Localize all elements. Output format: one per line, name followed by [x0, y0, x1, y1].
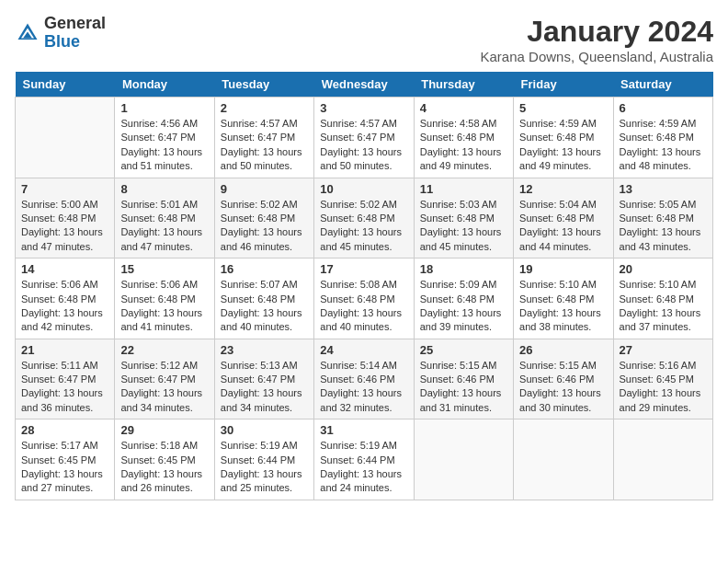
- day-info: Sunrise: 5:15 AMSunset: 6:46 PMDaylight:…: [420, 359, 507, 416]
- day-cell: 5Sunrise: 4:59 AMSunset: 6:48 PMDaylight…: [514, 98, 613, 178]
- day-number: 29: [120, 423, 208, 437]
- day-number: 2: [221, 101, 308, 115]
- month-title: January 2024: [481, 15, 713, 49]
- day-cell: 31Sunrise: 5:19 AMSunset: 6:44 PMDayligh…: [314, 419, 414, 500]
- day-number: 6: [620, 101, 707, 115]
- day-number: 25: [420, 343, 507, 357]
- day-cell: 21Sunrise: 5:11 AMSunset: 6:47 PMDayligh…: [16, 339, 115, 419]
- day-cell: 4Sunrise: 4:58 AMSunset: 6:48 PMDaylight…: [414, 98, 513, 178]
- day-info: Sunrise: 4:57 AMSunset: 6:47 PMDaylight:…: [320, 117, 407, 174]
- day-info: Sunrise: 5:10 AMSunset: 6:48 PMDaylight:…: [519, 278, 607, 335]
- day-cell: 9Sunrise: 5:02 AMSunset: 6:48 PMDaylight…: [214, 178, 313, 259]
- day-cell: [414, 419, 513, 500]
- day-info: Sunrise: 5:10 AMSunset: 6:48 PMDaylight:…: [620, 278, 707, 335]
- day-cell: 27Sunrise: 5:16 AMSunset: 6:45 PMDayligh…: [613, 339, 712, 419]
- day-number: 17: [320, 262, 407, 276]
- col-header-tuesday: Tuesday: [214, 72, 313, 98]
- day-cell: 2Sunrise: 4:57 AMSunset: 6:47 PMDaylight…: [214, 98, 313, 178]
- day-cell: 15Sunrise: 5:06 AMSunset: 6:48 PMDayligh…: [115, 259, 214, 339]
- day-number: 1: [120, 101, 208, 115]
- day-cell: 10Sunrise: 5:02 AMSunset: 6:48 PMDayligh…: [314, 178, 414, 259]
- day-cell: 16Sunrise: 5:07 AMSunset: 6:48 PMDayligh…: [214, 259, 313, 339]
- header-row: SundayMondayTuesdayWednesdayThursdayFrid…: [16, 72, 713, 98]
- day-info: Sunrise: 4:59 AMSunset: 6:48 PMDaylight:…: [620, 117, 707, 174]
- day-cell: 20Sunrise: 5:10 AMSunset: 6:48 PMDayligh…: [613, 259, 712, 339]
- day-info: Sunrise: 5:04 AMSunset: 6:48 PMDaylight:…: [519, 198, 607, 255]
- day-cell: 6Sunrise: 4:59 AMSunset: 6:48 PMDaylight…: [613, 98, 712, 178]
- day-number: 27: [620, 343, 707, 357]
- day-cell: 22Sunrise: 5:12 AMSunset: 6:47 PMDayligh…: [115, 339, 214, 419]
- day-number: 19: [519, 262, 607, 276]
- day-cell: 30Sunrise: 5:19 AMSunset: 6:44 PMDayligh…: [214, 419, 313, 500]
- day-info: Sunrise: 5:15 AMSunset: 6:46 PMDaylight:…: [519, 359, 607, 416]
- page-header: General Blue January 2024 Karana Downs, …: [15, 15, 713, 64]
- day-info: Sunrise: 5:19 AMSunset: 6:44 PMDaylight:…: [221, 439, 308, 496]
- day-info: Sunrise: 5:06 AMSunset: 6:48 PMDaylight:…: [21, 278, 108, 335]
- day-cell: [514, 419, 613, 500]
- day-info: Sunrise: 5:05 AMSunset: 6:48 PMDaylight:…: [620, 198, 707, 255]
- day-number: 4: [420, 101, 507, 115]
- day-number: 16: [221, 262, 308, 276]
- day-info: Sunrise: 5:11 AMSunset: 6:47 PMDaylight:…: [21, 359, 108, 416]
- day-cell: 19Sunrise: 5:10 AMSunset: 6:48 PMDayligh…: [514, 259, 613, 339]
- day-cell: 14Sunrise: 5:06 AMSunset: 6:48 PMDayligh…: [16, 259, 115, 339]
- day-cell: 23Sunrise: 5:13 AMSunset: 6:47 PMDayligh…: [214, 339, 313, 419]
- day-info: Sunrise: 5:06 AMSunset: 6:48 PMDaylight:…: [120, 278, 208, 335]
- week-row-3: 14Sunrise: 5:06 AMSunset: 6:48 PMDayligh…: [16, 259, 713, 339]
- day-info: Sunrise: 5:01 AMSunset: 6:48 PMDaylight:…: [120, 198, 208, 255]
- day-number: 28: [21, 423, 108, 437]
- day-cell: 8Sunrise: 5:01 AMSunset: 6:48 PMDaylight…: [115, 178, 214, 259]
- day-info: Sunrise: 5:02 AMSunset: 6:48 PMDaylight:…: [320, 198, 407, 255]
- day-number: 3: [320, 101, 407, 115]
- day-cell: 17Sunrise: 5:08 AMSunset: 6:48 PMDayligh…: [314, 259, 414, 339]
- day-cell: [16, 98, 115, 178]
- col-header-thursday: Thursday: [414, 72, 513, 98]
- day-number: 22: [120, 343, 208, 357]
- day-number: 14: [21, 262, 108, 276]
- logo-icon: [15, 20, 40, 46]
- week-row-2: 7Sunrise: 5:00 AMSunset: 6:48 PMDaylight…: [16, 178, 713, 259]
- day-info: Sunrise: 4:57 AMSunset: 6:47 PMDaylight:…: [221, 117, 308, 174]
- location-title: Karana Downs, Queensland, Australia: [481, 49, 713, 64]
- day-number: 20: [620, 262, 707, 276]
- day-info: Sunrise: 5:19 AMSunset: 6:44 PMDaylight:…: [320, 439, 407, 496]
- day-info: Sunrise: 5:08 AMSunset: 6:48 PMDaylight:…: [320, 278, 407, 335]
- logo-text: General Blue: [44, 15, 106, 52]
- logo-general-text: General: [44, 15, 106, 33]
- day-cell: 1Sunrise: 4:56 AMSunset: 6:47 PMDaylight…: [115, 98, 214, 178]
- col-header-friday: Friday: [514, 72, 613, 98]
- day-cell: 13Sunrise: 5:05 AMSunset: 6:48 PMDayligh…: [613, 178, 712, 259]
- day-cell: 28Sunrise: 5:17 AMSunset: 6:45 PMDayligh…: [16, 419, 115, 500]
- day-number: 9: [221, 182, 308, 196]
- week-row-4: 21Sunrise: 5:11 AMSunset: 6:47 PMDayligh…: [16, 339, 713, 419]
- day-cell: [613, 419, 712, 500]
- day-info: Sunrise: 4:56 AMSunset: 6:47 PMDaylight:…: [120, 117, 208, 174]
- day-number: 15: [120, 262, 208, 276]
- day-info: Sunrise: 4:58 AMSunset: 6:48 PMDaylight:…: [420, 117, 507, 174]
- day-cell: 18Sunrise: 5:09 AMSunset: 6:48 PMDayligh…: [414, 259, 513, 339]
- day-number: 12: [519, 182, 607, 196]
- day-number: 31: [320, 423, 407, 437]
- day-number: 5: [519, 101, 607, 115]
- day-cell: 12Sunrise: 5:04 AMSunset: 6:48 PMDayligh…: [514, 178, 613, 259]
- day-info: Sunrise: 5:13 AMSunset: 6:47 PMDaylight:…: [221, 359, 308, 416]
- day-number: 8: [120, 182, 208, 196]
- logo-blue-text: Blue: [44, 33, 106, 52]
- col-header-saturday: Saturday: [613, 72, 712, 98]
- week-row-5: 28Sunrise: 5:17 AMSunset: 6:45 PMDayligh…: [16, 419, 713, 500]
- day-number: 10: [320, 182, 407, 196]
- day-info: Sunrise: 4:59 AMSunset: 6:48 PMDaylight:…: [519, 117, 607, 174]
- day-cell: 11Sunrise: 5:03 AMSunset: 6:48 PMDayligh…: [414, 178, 513, 259]
- col-header-sunday: Sunday: [16, 72, 115, 98]
- logo: General Blue: [15, 15, 106, 52]
- day-cell: 25Sunrise: 5:15 AMSunset: 6:46 PMDayligh…: [414, 339, 513, 419]
- day-number: 13: [620, 182, 707, 196]
- day-number: 21: [21, 343, 108, 357]
- day-info: Sunrise: 5:07 AMSunset: 6:48 PMDaylight:…: [221, 278, 308, 335]
- day-info: Sunrise: 5:03 AMSunset: 6:48 PMDaylight:…: [420, 198, 507, 255]
- day-info: Sunrise: 5:09 AMSunset: 6:48 PMDaylight:…: [420, 278, 507, 335]
- day-info: Sunrise: 5:00 AMSunset: 6:48 PMDaylight:…: [21, 198, 108, 255]
- day-number: 7: [21, 182, 108, 196]
- day-cell: 26Sunrise: 5:15 AMSunset: 6:46 PMDayligh…: [514, 339, 613, 419]
- day-number: 11: [420, 182, 507, 196]
